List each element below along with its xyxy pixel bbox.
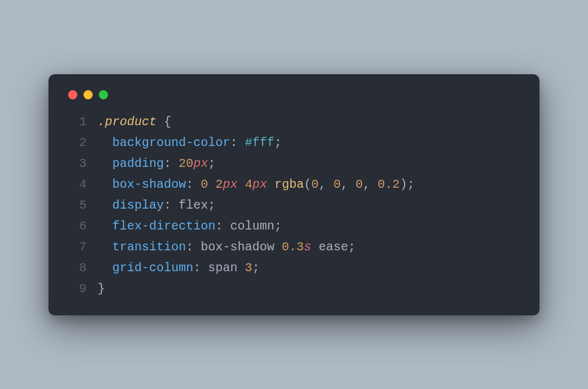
code-line: 8 grid-column: span 3; xyxy=(66,258,522,279)
line-number: 9 xyxy=(66,279,98,299)
code-content: background-color: #fff; xyxy=(98,133,522,153)
line-number: 5 xyxy=(66,195,98,216)
code-content: box-shadow: 0 2px 4px rgba(0, 0, 0, 0.2)… xyxy=(98,174,522,195)
code-content: flex-direction: column; xyxy=(98,216,522,237)
line-number: 3 xyxy=(66,153,98,174)
code-line: 1 .product { xyxy=(66,112,522,133)
line-number: 7 xyxy=(66,237,98,258)
window-titlebar xyxy=(66,88,522,112)
code-content: } xyxy=(98,279,522,299)
code-line: 7 transition: box-shadow 0.3s ease; xyxy=(66,237,522,258)
line-number: 4 xyxy=(66,174,98,195)
line-number: 1 xyxy=(66,112,98,133)
minimize-icon[interactable] xyxy=(83,90,93,99)
line-number: 8 xyxy=(66,258,98,279)
code-content: padding: 20px; xyxy=(98,153,522,174)
code-content: transition: box-shadow 0.3s ease; xyxy=(98,237,522,258)
line-number: 2 xyxy=(66,133,98,153)
code-window: 1 .product { 2 background-color: #fff; 3… xyxy=(48,74,540,315)
close-icon[interactable] xyxy=(68,90,77,99)
code-content: grid-column: span 3; xyxy=(98,258,522,279)
maximize-icon[interactable] xyxy=(99,90,108,99)
code-line: 3 padding: 20px; xyxy=(66,153,522,174)
code-block: 1 .product { 2 background-color: #fff; 3… xyxy=(66,112,522,299)
code-line: 9 } xyxy=(66,279,522,299)
code-content: .product { xyxy=(98,112,522,133)
code-line: 6 flex-direction: column; xyxy=(66,216,522,237)
code-line: 2 background-color: #fff; xyxy=(66,133,522,153)
code-line: 5 display: flex; xyxy=(66,195,522,216)
code-content: display: flex; xyxy=(98,195,522,216)
line-number: 6 xyxy=(66,216,98,237)
code-line: 4 box-shadow: 0 2px 4px rgba(0, 0, 0, 0.… xyxy=(66,174,522,195)
